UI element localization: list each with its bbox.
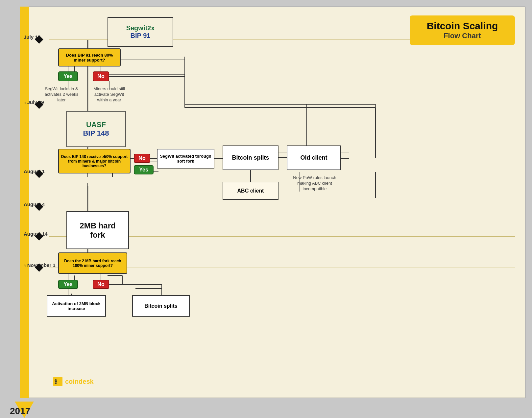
- activation-box: Activation of 2MB block increase: [47, 295, 106, 317]
- year-label: 2017: [10, 406, 30, 416]
- segwit-soft-text: SegWit activated through soft fork: [157, 154, 214, 164]
- segwit-soft-box: SegWit activated through soft fork: [157, 149, 214, 169]
- bitcoin-splits1-text: Bitcoin splits: [232, 154, 269, 161]
- uasf-bip: BIP 148: [83, 129, 109, 138]
- no1-button[interactable]: No: [93, 71, 109, 81]
- question2-text: Does BIP 148 receive ≥50% support from m…: [60, 154, 128, 168]
- no3-button[interactable]: No: [93, 280, 109, 289]
- bitcoin-splits2-box: Bitcoin splits: [132, 295, 190, 317]
- bitcoin-splits2-text: Bitcoin splits: [144, 303, 177, 309]
- coindesk-logo: ₿ coindesk: [53, 377, 94, 386]
- old-client-box: Old client: [287, 145, 341, 170]
- title-main: Bitcoin Scaling: [416, 20, 508, 32]
- question3-box: Does the 2 MB hard fork reach 100% miner…: [58, 252, 127, 274]
- segwit-bip: BIP 91: [131, 32, 151, 39]
- pow-rules-text: New PoW rules launch making ABC client i…: [287, 175, 343, 192]
- hard-fork-box: 2MB hard fork: [66, 211, 129, 249]
- yes1-text: SegWit locks in & activates 2 weeks late…: [43, 86, 80, 103]
- activation-text: Activation of 2MB block increase: [47, 301, 105, 311]
- segwit2x-box: Segwit2x BIP 91: [108, 17, 173, 47]
- yes2-button[interactable]: Yes: [134, 165, 154, 174]
- abc-client-box: ABC client: [223, 182, 278, 200]
- no2-button[interactable]: No: [134, 154, 150, 163]
- question1-text: Does BIP 91 reach 80% miner support?: [60, 53, 118, 63]
- date-line-july29: [49, 105, 515, 105]
- coindesk-icon: ₿: [53, 377, 62, 386]
- question1-box: Does BIP 91 reach 80% miner support?: [58, 48, 121, 66]
- uasf-title: UASF: [86, 120, 106, 129]
- no1-text: Miners could still activate SegWit withi…: [89, 86, 129, 103]
- date-line-aug1: [49, 174, 515, 174]
- bitcoin-splits1-box: Bitcoin splits: [223, 145, 278, 170]
- main-container: 2017: [0, 0, 532, 418]
- old-client-text: Old client: [300, 154, 327, 161]
- title-box: Bitcoin Scaling Flow Chart: [410, 15, 515, 45]
- question2-box: Does BIP 148 receive ≥50% support from m…: [58, 149, 131, 173]
- hard-fork-line2: fork: [90, 230, 105, 240]
- title-sub: Flow Chart: [416, 32, 508, 40]
- segwit-title: Segwit2x: [126, 24, 155, 32]
- uasf-box: UASF BIP 148: [66, 111, 126, 147]
- chart-area: Bitcoin Scaling Flow Chart July 17 ≈ Jul…: [20, 7, 525, 398]
- yes1-button[interactable]: Yes: [58, 71, 78, 81]
- date-line-aug4: [49, 207, 515, 207]
- yes3-button[interactable]: Yes: [58, 280, 78, 289]
- question3-text: Does the 2 MB hard fork reach 100% miner…: [60, 259, 125, 268]
- coindesk-text: coindesk: [65, 378, 94, 385]
- hard-fork-line1: 2MB hard: [80, 221, 115, 230]
- svg-text:₿: ₿: [55, 379, 57, 384]
- abc-client-text: ABC client: [237, 188, 264, 194]
